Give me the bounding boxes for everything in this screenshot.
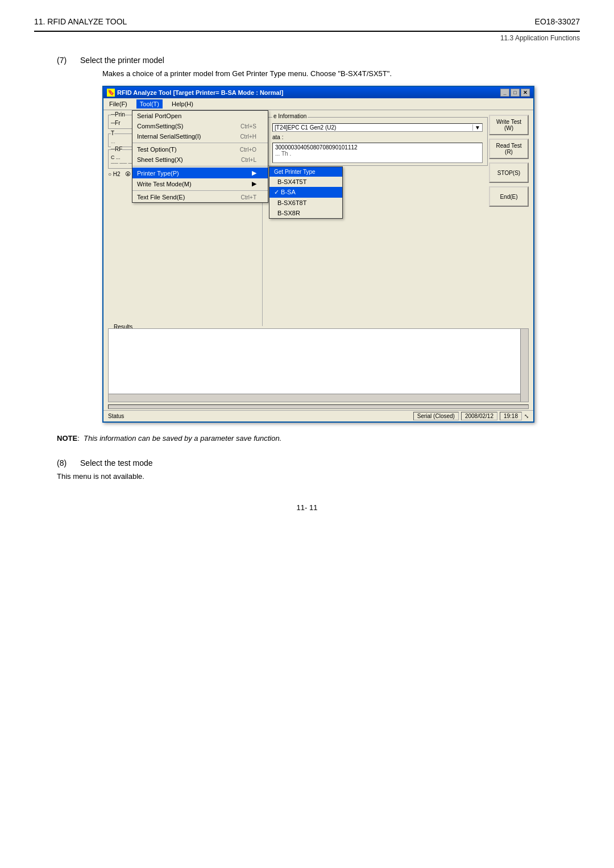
radio-h2[interactable]: ○ H2 — [108, 171, 121, 177]
section8-title: (8) Select the test mode — [57, 458, 580, 468]
end-button[interactable]: End(E) — [489, 186, 529, 207]
doc-subheader: 11.3 Application Functions — [34, 34, 580, 42]
tool-dropdown: Serial PortOpen CommSetting(S) Ctrl+S In… — [132, 110, 268, 203]
app-body: ─Prin ─Fr T ... ─RF C ... ── ── ── oo ○ … — [103, 110, 533, 326]
document: 11. RFID ANALYZE TOOL EO18-33027 11.3 Ap… — [34, 17, 580, 512]
results-section: Results — [108, 328, 529, 402]
menu-text-file-send[interactable]: Text File Send(E) Ctrl+T — [132, 192, 268, 202]
read-test-button[interactable]: Read Test(R) — [489, 139, 529, 159]
progress-bar — [108, 404, 529, 409]
stop-button[interactable]: STOP(S) — [489, 162, 529, 183]
window-title: RFID Analyze Tool [Target Printer= B-SA … — [117, 89, 283, 96]
submenu-bsx4t5t[interactable]: B-SX4T5T — [269, 177, 342, 187]
separator3 — [132, 190, 268, 191]
menu-write-test-mode[interactable]: Write Test Mode(M) ▶ — [132, 178, 268, 189]
menu-tool[interactable]: Tool(T) — [136, 99, 163, 108]
header-right: EO18-33027 — [535, 17, 580, 26]
separator1 — [132, 143, 268, 143]
dropdown-arrow-icon: ▼ — [472, 124, 480, 131]
data-value: 30000030405080708090101112 — [275, 144, 480, 151]
submenu-header: Get Printer Type — [269, 167, 342, 177]
restore-button[interactable]: □ — [511, 89, 520, 97]
note-text: This information can be saved by a param… — [84, 434, 281, 443]
serial-status: Serial (Closed) — [413, 412, 459, 420]
submenu-bsx6t8t[interactable]: B-SX6T8T — [269, 198, 342, 208]
menu-help[interactable]: Help(H) — [168, 99, 197, 108]
data-label: ata : — [272, 134, 483, 140]
separator2 — [132, 166, 268, 166]
tag-type-dropdown[interactable]: [T24]EPC C1 Gen2 (U2) ▼ — [272, 123, 483, 132]
title-buttons: _ □ ✕ — [500, 89, 530, 97]
rf-group-label: ─RF — [111, 146, 122, 152]
left-panel: ─Prin ─Fr T ... ─RF C ... ── ── ── oo ○ … — [103, 110, 263, 326]
menu-printer-type[interactable]: Printer Type(P) ▶ — [132, 168, 268, 178]
rf-info-group: e Information [T24]EPC C1 Gen2 (U2) ▼ at… — [267, 117, 488, 166]
data-display: 30000030405080708090101112 ... Th . — [272, 143, 483, 163]
menu-sheet-setting[interactable]: Sheet Setting(X) Ctrl+L — [132, 155, 268, 165]
tag-group-label: T — [111, 130, 114, 136]
section8-desc: This menu is not available. — [57, 472, 580, 481]
close-button[interactable]: ✕ — [521, 89, 530, 97]
doc-header: 11. RFID ANALYZE TOOL EO18-33027 — [34, 17, 580, 32]
section7-desc: Makes a choice of a printer model from G… — [102, 69, 580, 78]
menu-file[interactable]: File(F) — [106, 99, 131, 108]
title-bar-left: 🔖 RFID Analyze Tool [Target Printer= B-S… — [107, 89, 283, 97]
menu-serial-portopen[interactable]: Serial PortOpen — [132, 111, 268, 121]
data-suffix: ... Th . — [275, 151, 480, 157]
status-bar: Status Serial (Closed) 2008/02/12 19:18 … — [103, 410, 533, 422]
menu-bar: File(F) Tool(T) Help(H) — [103, 98, 533, 110]
status-label-text: Status — [108, 413, 411, 419]
section8: (8) Select the test mode This menu is no… — [34, 458, 580, 481]
note-label: NOTE — [57, 434, 77, 443]
submenu-bsa[interactable]: ✓ B-SA — [269, 187, 342, 198]
menu-internal-serial[interactable]: Internal SerialSetting(I) Ctrl+H — [132, 131, 268, 141]
scrollbar-vertical[interactable] — [520, 329, 528, 402]
status-date: 2008/02/12 — [461, 412, 497, 420]
printer-type-submenu: Get Printer Type B-SX4T5T ✓ B-SA B-SX6T8… — [269, 166, 343, 219]
printer-group-label: ─Prin — [111, 111, 125, 118]
resize-handle[interactable]: ⤡ — [524, 413, 529, 419]
menu-test-option[interactable]: Test Option(T) Ctrl+O — [132, 144, 268, 155]
menu-commsetting[interactable]: CommSetting(S) Ctrl+S — [132, 121, 268, 131]
page-number: 11- 11 — [34, 503, 580, 512]
title-bar: 🔖 RFID Analyze Tool [Target Printer= B-S… — [103, 87, 533, 98]
action-buttons: Write Test(W) Read Test(R) STOP(S) End(E… — [489, 115, 529, 207]
results-content — [108, 328, 529, 402]
section7-title: (7) Select the printer model — [57, 56, 580, 65]
info-group-label: e Information — [272, 113, 308, 119]
minimize-button[interactable]: _ — [500, 89, 509, 97]
app-icon: 🔖 — [107, 89, 115, 97]
note: NOTE: This information can be saved by a… — [57, 434, 580, 443]
submenu-bsx8r[interactable]: B-SX8R — [269, 208, 342, 218]
header-left: 11. RFID ANALYZE TOOL — [34, 17, 127, 26]
status-time: 19:18 — [500, 412, 522, 420]
dropdown-value: [T24]EPC C1 Gen2 (U2) — [275, 124, 336, 131]
scrollbar-horizontal[interactable] — [109, 394, 520, 402]
dropdown-row: [T24]EPC C1 Gen2 (U2) ▼ — [272, 123, 483, 132]
app-window: 🔖 RFID Analyze Tool [Target Printer= B-S… — [102, 86, 534, 423]
write-test-button[interactable]: Write Test(W) — [489, 115, 529, 135]
